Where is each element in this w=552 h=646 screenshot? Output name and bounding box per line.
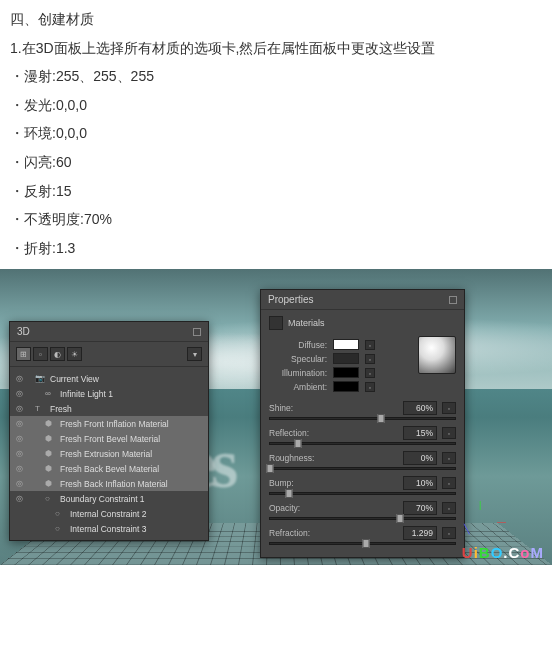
color-label: Specular: — [269, 354, 327, 364]
color-swatch[interactable] — [333, 353, 359, 364]
tree-row[interactable]: ◎⬢Fresh Front Inflation Material — [10, 416, 208, 431]
slider-track[interactable] — [269, 442, 456, 445]
slider-track[interactable] — [269, 467, 456, 470]
slider-label: Roughness: — [269, 453, 329, 463]
slider-thumb[interactable] — [363, 539, 370, 548]
slider-label: Bump: — [269, 478, 329, 488]
panel-menu-icon[interactable] — [193, 328, 201, 336]
tree-row[interactable]: ◎○Boundary Constraint 1 — [10, 491, 208, 506]
tree-row[interactable]: ◎⬢Fresh Extrusion Material — [10, 446, 208, 461]
texture-picker-icon[interactable]: ▫ — [442, 477, 456, 489]
doc-step: 1.在3D面板上选择所有材质的选项卡,然后在属性面板中更改这些设置 — [10, 35, 542, 62]
item-label: Boundary Constraint 1 — [60, 494, 145, 504]
slider-track[interactable] — [269, 517, 456, 520]
color-label: Illumination: — [269, 368, 327, 378]
slider-thumb[interactable] — [267, 464, 274, 473]
slider-value[interactable]: 60% — [403, 401, 437, 415]
visibility-icon[interactable]: ◎ — [16, 464, 27, 473]
item-label: Fresh — [50, 404, 72, 414]
item-label: Infinite Light 1 — [60, 389, 113, 399]
item-type-icon: ○ — [55, 524, 66, 533]
texture-picker-icon[interactable]: ▫ — [365, 368, 375, 378]
material-color-row: Ambient:▫ — [269, 381, 414, 392]
3d-panel-title[interactable]: 3D — [10, 322, 208, 342]
visibility-icon[interactable]: ◎ — [16, 419, 27, 428]
texture-picker-icon[interactable]: ▫ — [365, 354, 375, 364]
tree-row[interactable]: ◎⬢Fresh Back Inflation Material — [10, 476, 208, 491]
item-label: Internal Constraint 2 — [70, 509, 147, 519]
filter-scene-icon[interactable]: ⊞ — [16, 347, 31, 361]
panel-menu-icon[interactable] — [449, 296, 457, 304]
tree-row[interactable]: ◎⬢Fresh Back Bevel Material — [10, 461, 208, 476]
color-label: Diffuse: — [269, 340, 327, 350]
visibility-icon[interactable]: ◎ — [16, 404, 27, 413]
doc-heading: 四、创建材质 — [10, 6, 542, 33]
texture-picker-icon[interactable]: ▫ — [442, 527, 456, 539]
toolbar-menu-icon[interactable]: ▾ — [187, 347, 202, 361]
texture-picker-icon[interactable]: ▫ — [442, 402, 456, 414]
material-preview-sphere[interactable] — [418, 336, 456, 374]
tree-row[interactable]: ○Internal Constraint 2 — [10, 506, 208, 521]
item-label: Fresh Extrusion Material — [60, 449, 152, 459]
slider-row: Roughness:0%▫ — [269, 451, 456, 465]
texture-picker-icon[interactable]: ▫ — [442, 502, 456, 514]
item-type-icon: ⬢ — [45, 419, 56, 428]
item-label: Fresh Back Inflation Material — [60, 479, 168, 489]
texture-picker-icon[interactable]: ▫ — [442, 452, 456, 464]
visibility-icon[interactable]: ◎ — [16, 389, 27, 398]
visibility-icon[interactable]: ◎ — [16, 479, 27, 488]
materials-label: Materials — [288, 318, 325, 328]
color-swatch[interactable] — [333, 339, 359, 350]
tree-row[interactable]: ◎📷Current View — [10, 371, 208, 386]
color-swatch[interactable] — [333, 381, 359, 392]
material-color-row: Diffuse:▫ — [269, 339, 414, 350]
3d-panel-label: 3D — [17, 326, 30, 337]
filter-mesh-icon[interactable]: ▫ — [33, 347, 48, 361]
3d-panel[interactable]: 3D ⊞ ▫ ◐ ☀ ▾ ◎📷Current View◎∞Infinite Li… — [9, 321, 209, 541]
item-label: Internal Constraint 3 — [70, 524, 147, 534]
materials-icon — [269, 316, 283, 330]
slider-value[interactable]: 70% — [403, 501, 437, 515]
doc-bullet: ・发光:0,0,0 — [10, 92, 542, 119]
slider-thumb[interactable] — [294, 439, 301, 448]
slider-track[interactable] — [269, 492, 456, 495]
item-label: Fresh Back Bevel Material — [60, 464, 159, 474]
slider-row: Opacity:70%▫ — [269, 501, 456, 515]
texture-picker-icon[interactable]: ▫ — [365, 340, 375, 350]
visibility-icon[interactable]: ◎ — [16, 449, 27, 458]
visibility-icon[interactable]: ◎ — [16, 374, 27, 383]
properties-panel-title[interactable]: Properties — [261, 290, 464, 310]
slider-track[interactable] — [269, 542, 456, 545]
slider-value[interactable]: 1.299 — [403, 526, 437, 540]
slider-value[interactable]: 10% — [403, 476, 437, 490]
doc-bullet: ・折射:1.3 — [10, 235, 542, 262]
item-type-icon: ⬢ — [45, 464, 56, 473]
tree-row[interactable]: ◎∞Infinite Light 1 — [10, 386, 208, 401]
visibility-icon[interactable]: ◎ — [16, 494, 27, 503]
texture-picker-icon[interactable]: ▫ — [442, 427, 456, 439]
slider-row: Reflection:15%▫ — [269, 426, 456, 440]
color-label: Ambient: — [269, 382, 327, 392]
material-color-row: Specular:▫ — [269, 353, 414, 364]
tree-row[interactable]: ○Internal Constraint 3 — [10, 521, 208, 536]
texture-picker-icon[interactable]: ▫ — [365, 382, 375, 392]
tree-row[interactable]: ◎TFresh — [10, 401, 208, 416]
properties-panel[interactable]: Properties Materials Diffuse:▫Specular:▫… — [260, 289, 465, 558]
slider-thumb[interactable] — [378, 414, 385, 423]
watermark: UiBO.CoM — [462, 544, 544, 561]
item-type-icon: ∞ — [45, 389, 56, 398]
visibility-icon[interactable]: ◎ — [16, 434, 27, 443]
filter-material-icon[interactable]: ◐ — [50, 347, 65, 361]
slider-value[interactable]: 0% — [403, 451, 437, 465]
tree-row[interactable]: ◎⬢Fresh Front Bevel Material — [10, 431, 208, 446]
item-type-icon: T — [35, 404, 46, 413]
slider-thumb[interactable] — [285, 489, 292, 498]
properties-panel-label: Properties — [268, 294, 314, 305]
slider-track[interactable] — [269, 417, 456, 420]
slider-thumb[interactable] — [396, 514, 403, 523]
filter-light-icon[interactable]: ☀ — [67, 347, 82, 361]
slider-value[interactable]: 15% — [403, 426, 437, 440]
color-swatch[interactable] — [333, 367, 359, 378]
3d-scene-tree: ◎📷Current View◎∞Infinite Light 1◎TFresh◎… — [10, 367, 208, 540]
slider-label: Refraction: — [269, 528, 329, 538]
